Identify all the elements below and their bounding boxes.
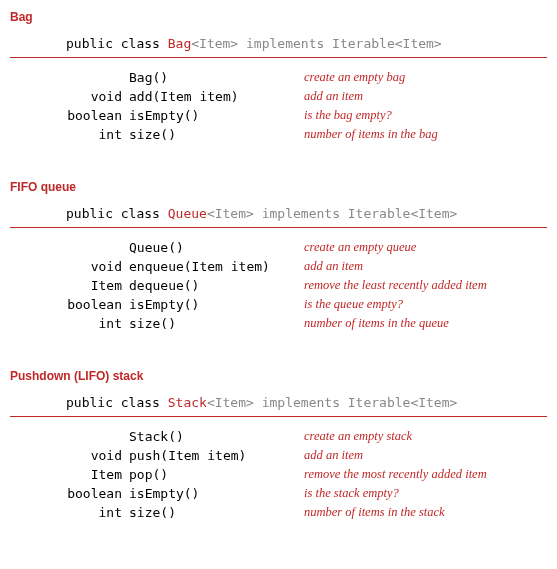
method-description: is the queue empty? <box>304 295 487 314</box>
method-signature: isEmpty() <box>129 295 304 314</box>
method-description: number of items in the stack <box>304 503 487 522</box>
method-signature: enqueue(Item item) <box>129 257 304 276</box>
generic-param: <Item> <box>207 206 254 221</box>
method-description: number of items in the bag <box>304 125 438 144</box>
return-type: int <box>66 503 129 522</box>
section-title: Pushdown (LIFO) stack <box>10 369 547 383</box>
method-description: add an item <box>304 446 487 465</box>
method-signature: pop() <box>129 465 304 484</box>
method-signature: Stack() <box>129 427 304 446</box>
method-row: boolean isEmpty() is the queue empty? <box>66 295 487 314</box>
method-row: int size() number of items in the stack <box>66 503 487 522</box>
keyword-public-class: public class <box>66 206 168 221</box>
return-type: int <box>66 125 129 144</box>
method-table: Bag() create an empty bag void add(Item … <box>66 68 438 144</box>
api-section-queue: FIFO queue public class Queue<Item> impl… <box>10 180 547 333</box>
method-row: void enqueue(Item item) add an item <box>66 257 487 276</box>
method-description: create an empty stack <box>304 427 487 446</box>
generic-param: <Item> <box>207 395 254 410</box>
return-type: int <box>66 314 129 333</box>
method-signature: isEmpty() <box>129 484 304 503</box>
method-description: remove the least recently added item <box>304 276 487 295</box>
method-description: add an item <box>304 257 487 276</box>
method-row: Item pop() remove the most recently adde… <box>66 465 487 484</box>
class-name: Stack <box>168 395 207 410</box>
return-type: Item <box>66 276 129 295</box>
method-signature: add(Item item) <box>129 87 304 106</box>
method-description: create an empty queue <box>304 238 487 257</box>
method-description: is the stack empty? <box>304 484 487 503</box>
method-signature: size() <box>129 125 304 144</box>
method-row: Stack() create an empty stack <box>66 427 487 446</box>
keyword-public-class: public class <box>66 36 168 51</box>
method-row: void add(Item item) add an item <box>66 87 438 106</box>
method-signature: size() <box>129 503 304 522</box>
return-type: boolean <box>66 295 129 314</box>
method-description: remove the most recently added item <box>304 465 487 484</box>
method-row: int size() number of items in the queue <box>66 314 487 333</box>
method-description: create an empty bag <box>304 68 438 87</box>
class-declaration: public class Queue<Item> implements Iter… <box>10 206 547 228</box>
return-type: Item <box>66 465 129 484</box>
keyword-public-class: public class <box>66 395 168 410</box>
method-row: Item dequeue() remove the least recently… <box>66 276 487 295</box>
method-signature: push(Item item) <box>129 446 304 465</box>
return-type <box>66 427 129 446</box>
section-title: FIFO queue <box>10 180 547 194</box>
return-type <box>66 238 129 257</box>
method-description: add an item <box>304 87 438 106</box>
method-signature: Bag() <box>129 68 304 87</box>
method-signature: isEmpty() <box>129 106 304 125</box>
return-type: void <box>66 257 129 276</box>
class-declaration: public class Stack<Item> implements Iter… <box>10 395 547 417</box>
return-type <box>66 68 129 87</box>
api-section-bag: Bag public class Bag<Item> implements It… <box>10 10 547 144</box>
method-row: boolean isEmpty() is the bag empty? <box>66 106 438 125</box>
generic-param: <Item> <box>191 36 238 51</box>
implements-clause: implements Iterable<Item> <box>254 206 458 221</box>
return-type: void <box>66 87 129 106</box>
method-table: Queue() create an empty queue void enque… <box>66 238 487 333</box>
implements-clause: implements Iterable<Item> <box>238 36 442 51</box>
method-signature: size() <box>129 314 304 333</box>
method-signature: Queue() <box>129 238 304 257</box>
method-table: Stack() create an empty stack void push(… <box>66 427 487 522</box>
return-type: boolean <box>66 484 129 503</box>
class-name: Queue <box>168 206 207 221</box>
return-type: void <box>66 446 129 465</box>
method-row: int size() number of items in the bag <box>66 125 438 144</box>
section-title: Bag <box>10 10 547 24</box>
class-declaration: public class Bag<Item> implements Iterab… <box>10 36 547 58</box>
return-type: boolean <box>66 106 129 125</box>
class-name: Bag <box>168 36 191 51</box>
method-row: void push(Item item) add an item <box>66 446 487 465</box>
implements-clause: implements Iterable<Item> <box>254 395 458 410</box>
method-description: is the bag empty? <box>304 106 438 125</box>
method-row: boolean isEmpty() is the stack empty? <box>66 484 487 503</box>
method-row: Bag() create an empty bag <box>66 68 438 87</box>
method-row: Queue() create an empty queue <box>66 238 487 257</box>
method-description: number of items in the queue <box>304 314 487 333</box>
method-signature: dequeue() <box>129 276 304 295</box>
api-section-stack: Pushdown (LIFO) stack public class Stack… <box>10 369 547 522</box>
